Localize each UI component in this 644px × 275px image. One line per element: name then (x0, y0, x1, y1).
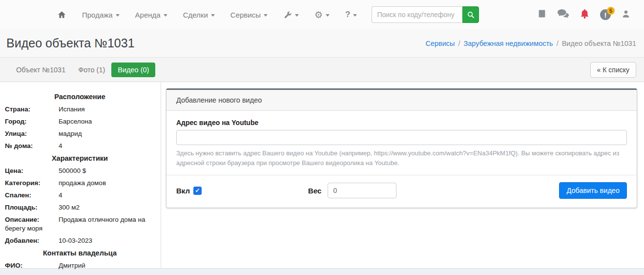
add-video-button[interactable]: Добавить видео (559, 182, 627, 199)
page: Продажа Аренда Сделки Сервисы (0, 0, 644, 269)
weight-label: Вес (308, 187, 321, 195)
weight-input[interactable] (328, 183, 396, 198)
nav-menu-help[interactable]: ? (339, 6, 363, 23)
detail-label: Город: (5, 117, 59, 126)
breadcrumb-separator: / (557, 40, 559, 47)
home-icon[interactable] (51, 6, 72, 23)
chevron-down-icon (116, 14, 120, 17)
detail-row: Площадь:300 м2 (5, 203, 155, 212)
title-row: Видео объекта №1031 Сервисы / Зарубежная… (0, 29, 644, 58)
chevron-down-icon (295, 14, 299, 17)
nav-menu-group: Продажа Аренда Сделки Сервисы (51, 6, 363, 23)
search-group (372, 6, 479, 23)
chevron-down-icon (164, 14, 167, 17)
tab-object[interactable]: Объект №1031 (10, 63, 72, 77)
detail-value: 4 (59, 142, 62, 149)
detail-row: Добавлен:10-03-2023 (5, 236, 155, 245)
detail-label: Спален: (5, 191, 59, 200)
detail-label: Категория: (5, 179, 59, 188)
enabled-label: Вкл (176, 187, 190, 195)
breadcrumb-current: Видео объекта №1031 (562, 40, 636, 47)
add-video-panel: Добавление нового видео Адрес видео на Y… (166, 88, 637, 208)
detail-value: Испания (59, 106, 85, 113)
user-icon[interactable] (622, 9, 630, 21)
chevron-down-icon (326, 14, 330, 17)
detail-value: Барселона (59, 118, 92, 125)
tab-bar: Объект №1031 Фото (1) Видео (0) « К спис… (0, 58, 644, 82)
nav-menu-deals[interactable]: Сделки (177, 7, 221, 23)
journal-icon[interactable] (538, 9, 546, 21)
bell-icon[interactable] (580, 9, 589, 21)
tab-photo[interactable]: Фото (1) (72, 63, 111, 77)
section-title-location: Расположение (5, 93, 155, 101)
detail-label: Цена: (5, 167, 59, 175)
content-area: Расположение Страна:Испания Город:Барсел… (0, 82, 644, 268)
breadcrumb: Сервисы / Зарубежная недвижимость / Виде… (425, 40, 636, 47)
breadcrumb-link-foreign-property[interactable]: Зарубежная недвижимость (464, 40, 553, 47)
breadcrumb-link-services[interactable]: Сервисы (425, 40, 455, 47)
checkmark-icon: ✓ (195, 187, 200, 194)
alerts-badge: 5 (607, 7, 615, 15)
detail-row: № дома:4 (5, 142, 155, 150)
youtube-url-help-text: Здесь нужно вставить адрес Вашего видео … (176, 148, 627, 168)
help-icon: ? (345, 10, 350, 20)
detail-row: Улица:мадрид (5, 129, 155, 138)
nav-menu-rent[interactable]: Аренда (129, 7, 173, 23)
detail-label: Страна: (5, 105, 59, 114)
top-navbar: Продажа Аренда Сделки Сервисы (0, 0, 644, 29)
detail-label: Площадь: (5, 203, 59, 212)
nav-menu-rent-label: Аренда (135, 11, 161, 19)
search-button[interactable] (462, 6, 479, 23)
detail-label: Улица: (5, 129, 59, 138)
detail-value: 4 (59, 191, 62, 199)
panel-title: Добавление нового видео (166, 90, 637, 111)
chevron-down-icon (353, 14, 357, 17)
main-area: Добавление нового видео Адрес видео на Y… (161, 82, 644, 268)
detail-label: № дома: (5, 142, 59, 150)
detail-value: мадрид (59, 130, 82, 137)
nav-menu-deals-label: Сделки (183, 11, 208, 19)
wrench-icon (283, 10, 292, 19)
detail-row: Цена:500000 $ (5, 167, 155, 175)
alerts-icon[interactable]: ! 5 (600, 9, 611, 20)
detail-value: продажа домов (59, 179, 106, 187)
section-title-characteristics: Характеристики (5, 154, 155, 162)
search-input[interactable] (372, 6, 462, 23)
search-icon (467, 11, 475, 19)
detail-row: ФИО:Дмитрий (5, 261, 155, 270)
youtube-url-label: Адрес видео на Youtube (176, 119, 627, 127)
detail-row: Город:Барселона (5, 117, 155, 126)
detail-row: Категория:продажа домов (5, 179, 155, 188)
breadcrumb-separator: / (458, 40, 460, 47)
youtube-url-input[interactable] (176, 130, 627, 145)
tab-video[interactable]: Видео (0) (111, 63, 155, 77)
nav-menu-services-label: Сервисы (230, 11, 261, 19)
detail-label: Описание: (5, 215, 59, 224)
object-details-sidebar: Расположение Страна:Испания Город:Барсел… (0, 82, 161, 268)
enabled-group: Вкл ✓ (176, 187, 202, 195)
detail-label: ФИО: (5, 261, 59, 270)
nav-menu-sales[interactable]: Продажа (76, 7, 125, 23)
nav-menu-settings[interactable]: ⚙ (309, 6, 335, 23)
detail-row: Спален:4 (5, 191, 155, 200)
detail-label: Добавлен: (5, 236, 59, 245)
chevron-down-icon (211, 14, 215, 17)
back-to-list-button[interactable]: « К списку (590, 62, 636, 78)
detail-value: Дмитрий (59, 262, 85, 269)
nav-right-icons: ! 5 (538, 9, 630, 21)
page-title: Видео объекта №1031 (6, 36, 135, 50)
section-title-owner-contacts: Контакты владельца (5, 249, 155, 257)
nav-menu-tools[interactable] (277, 6, 305, 23)
chevron-down-icon (264, 14, 268, 17)
nav-menu-sales-label: Продажа (82, 11, 113, 19)
detail-value: 500000 $ (59, 167, 86, 174)
detail-row: Описание:Продажа отличного дома на берег… (5, 215, 155, 233)
panel-body: Адрес видео на Youtube Здесь нужно встав… (166, 111, 637, 168)
detail-row: Страна:Испания (5, 105, 155, 114)
panel-footer: Вкл ✓ Вес Добавить видео (166, 175, 637, 208)
detail-value: 10-03-2023 (59, 237, 92, 244)
enabled-checkbox[interactable]: ✓ (193, 187, 202, 195)
detail-value: 300 м2 (59, 204, 80, 211)
nav-menu-services[interactable]: Сервисы (225, 7, 273, 23)
chat-icon[interactable] (557, 9, 569, 21)
